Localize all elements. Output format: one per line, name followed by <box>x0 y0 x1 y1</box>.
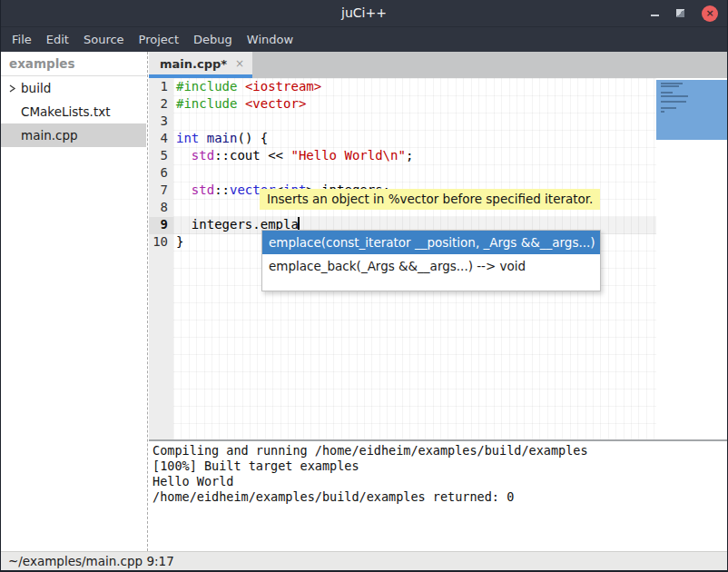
line-number: 2 <box>149 96 168 113</box>
build-output-terminal[interactable]: Compiling and running /home/eidheim/exam… <box>149 441 728 551</box>
line-number: 9 <box>149 217 168 234</box>
file-tree-item-cmakelists-txt[interactable]: CMakeLists.txt <box>1 100 146 123</box>
tab-label: main.cpp* <box>160 52 227 76</box>
line-number: 7 <box>149 182 168 200</box>
terminal-line: Compiling and running /home/eidheim/exam… <box>152 443 728 459</box>
line-number: 4 <box>149 131 168 148</box>
menu-item-source[interactable]: Source <box>84 33 124 46</box>
line-number: 6 <box>149 165 168 182</box>
text-caret <box>298 217 300 231</box>
code-lines: 1#include <iostream>2#include <vector>34… <box>149 79 656 251</box>
tab-close-icon[interactable]: × <box>235 52 244 76</box>
minimap-code-line <box>661 83 683 84</box>
restore-icon[interactable] <box>676 9 684 17</box>
code-text <box>168 165 176 182</box>
code-text: #include <vector> <box>168 96 306 113</box>
menu-item-file[interactable]: File <box>12 33 32 46</box>
doc-tooltip: Inserts an object in %vector before spec… <box>260 189 600 210</box>
menu-item-project[interactable]: Project <box>139 33 179 46</box>
menu-item-window[interactable]: Window <box>247 33 293 46</box>
minimap-code-line <box>661 85 679 87</box>
menu-item-debug[interactable]: Debug <box>193 33 232 46</box>
file-tree-item-main-cpp[interactable]: main.cpp <box>1 123 146 147</box>
menu-item-edit[interactable]: Edit <box>46 33 69 46</box>
code-text: std::cout << "Hello World\n"; <box>168 148 413 165</box>
file-tree-item-build[interactable]: build <box>1 76 146 100</box>
project-name: examples <box>1 52 146 76</box>
line-number: 5 <box>149 148 168 165</box>
minimize-icon[interactable] <box>651 15 659 16</box>
terminal-line: Hello World <box>152 474 728 489</box>
file-tree-sidebar: examples buildCMakeLists.txtmain.cpp <box>1 52 146 551</box>
code-line[interactable]: 5 std::cout << "Hello World\n"; <box>149 148 656 165</box>
app-window: juCi++ × FileEditSourceProjectDebugWindo… <box>0 0 728 572</box>
minimap-code-line <box>661 92 673 94</box>
tab-main-cpp[interactable]: main.cpp* × <box>149 52 252 78</box>
titlebar[interactable]: juCi++ × <box>1 0 727 26</box>
minimap-code-line <box>661 111 664 113</box>
completion-popup: emplace(const_iterator __position, _Args… <box>261 230 601 291</box>
minimap-code-line <box>661 95 688 97</box>
file-tree-item-label: CMakeLists.txt <box>21 104 111 119</box>
pane-splitter-vertical[interactable] <box>147 52 148 551</box>
code-line[interactable]: 2#include <vector> <box>149 96 656 113</box>
terminal-line: /home/eidheim/examples/build/examples re… <box>152 489 728 505</box>
code-text <box>168 200 176 217</box>
minimap-visible-region[interactable] <box>656 80 728 140</box>
minimap-code-line <box>661 101 686 103</box>
line-number: 8 <box>149 200 168 217</box>
window-title: juCi++ <box>1 0 727 26</box>
code-line[interactable]: 1#include <iostream> <box>149 79 656 96</box>
completion-item[interactable]: emplace_back(_Args &&__args...) --> void <box>262 254 600 278</box>
file-tree-item-label: build <box>21 81 51 95</box>
window-controls: × <box>651 0 718 26</box>
terminal-line: [100%] Built target examples <box>152 459 728 474</box>
code-text: int main() { <box>168 131 268 148</box>
file-tree-item-label: main.cpp <box>21 128 78 143</box>
code-line[interactable]: 4int main() { <box>149 131 656 148</box>
code-text: #include <iostream> <box>168 79 321 96</box>
menubar: FileEditSourceProjectDebugWindow <box>1 26 727 52</box>
minimap-code-line <box>661 107 676 109</box>
minimap[interactable] <box>656 78 728 439</box>
file-tree: buildCMakeLists.txtmain.cpp <box>1 76 146 147</box>
chevron-right-icon[interactable] <box>8 84 21 93</box>
code-text <box>168 113 176 131</box>
code-text: } <box>168 234 183 251</box>
line-number: 3 <box>149 113 168 131</box>
line-number: 10 <box>149 234 168 251</box>
code-line[interactable]: 3 <box>149 113 656 131</box>
tabbar: main.cpp* × <box>149 52 728 78</box>
line-number: 1 <box>149 79 168 96</box>
close-icon[interactable]: × <box>702 5 718 22</box>
statusbar: ~/examples/main.cpp 9:17 <box>1 551 727 570</box>
completion-item[interactable]: emplace(const_iterator __position, _Args… <box>262 231 600 254</box>
code-line[interactable]: 6 <box>149 165 656 182</box>
